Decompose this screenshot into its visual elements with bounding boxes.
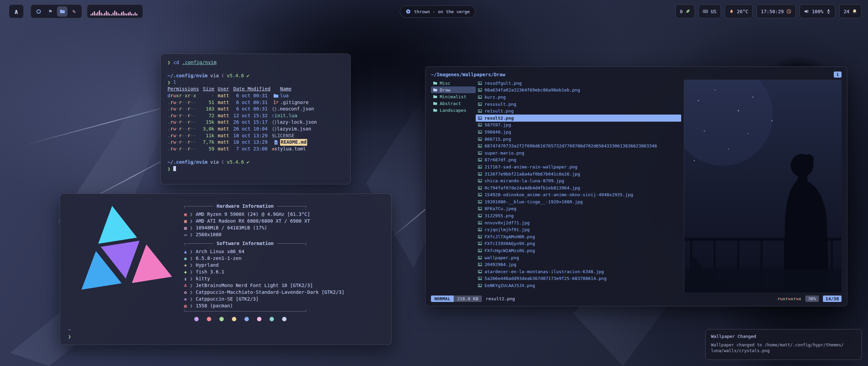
file-row[interactable]: 08a634fa02a32364f69ebc86a98eb1eb.png bbox=[476, 87, 681, 94]
file-row-name: re1sult.png bbox=[485, 108, 514, 114]
notification-popup[interactable]: Wallpaper Changed Wallpaper changed to /… bbox=[705, 329, 862, 360]
folder-sidebar: MiscDrawMinimalistAbstractLandscapes bbox=[431, 80, 476, 292]
file-row[interactable]: re1sult.png bbox=[476, 107, 681, 115]
file-row[interactable]: 0c794faf07de24a4db4d4fb1eb813964.jpg bbox=[476, 184, 681, 191]
file-row[interactable]: 3122955.png bbox=[476, 212, 681, 219]
file-row[interactable]: atardecer-en-la-montanas-ilustracion-634… bbox=[476, 268, 681, 275]
fetch-item-value: 6.5.8-zen1-1-zen bbox=[196, 255, 241, 262]
module-updates[interactable]: 0 bbox=[675, 4, 695, 18]
notification-body: Wallpaper changed to /home/matt/.config/… bbox=[711, 342, 856, 353]
file-permissions: -rwxrwxrwx bbox=[775, 296, 801, 301]
visualizer-bar bbox=[107, 12, 108, 16]
file-row[interactable]: 217167-sad-anime-rain-wallpaper.png bbox=[476, 163, 681, 170]
launcher-icon: ∧ bbox=[14, 8, 18, 15]
workspace-browser[interactable] bbox=[33, 6, 44, 17]
sidebar-folder-misc[interactable]: Misc bbox=[431, 80, 476, 86]
file-row[interactable]: wallpaper.png bbox=[476, 254, 681, 261]
visualizer-bar bbox=[130, 12, 131, 16]
file-row[interactable]: FXfcHgcWIAMzs0G.png bbox=[476, 247, 681, 254]
visualizer-bar bbox=[124, 13, 125, 16]
file-row[interactable]: 20492984.jpg bbox=[476, 261, 681, 268]
file-row-name: 3126f7e9bbf21a8a4af0b67b041c6e26.jpg bbox=[485, 171, 580, 177]
fetch-item: ▥❯10948MiB / 64183MiB (17%) bbox=[184, 224, 385, 231]
hardware-icon: ✿ bbox=[184, 290, 187, 294]
workspace-design[interactable]: ✎ bbox=[69, 6, 79, 17]
file-row-name: atardecer-en-la-montanas-ilustracion-634… bbox=[485, 269, 604, 274]
fetch-item: ▦❯AMD ATI Radeon RX 6800/6800 XT / 6900 … bbox=[184, 218, 385, 224]
visualizer-bar bbox=[96, 13, 97, 16]
ls-header-name: Name bbox=[280, 86, 292, 93]
check-icon: ✔ bbox=[246, 159, 249, 165]
file-list: ressdfgult.png08a634fa02a32364f69ebc86a9… bbox=[476, 80, 681, 292]
ls-row: .rw-r--r--11kmatt18 oct 13:29§LICENSE bbox=[167, 133, 343, 139]
info-sections: Hardware Information▣❯AMD Ryzen 9 5900X … bbox=[184, 203, 385, 309]
module-temperature[interactable]: 26°C bbox=[725, 4, 753, 18]
file-row[interactable]: 154928-odinokoe_anime-art-anime-okno-sin… bbox=[476, 191, 681, 199]
visualizer-bar bbox=[116, 12, 117, 16]
hardware-icon: ▥ bbox=[184, 226, 187, 230]
file-row-name: wallpaper.png bbox=[485, 255, 519, 260]
ls-row: .rw-r--r--72matt12 oct 15:32☾init.lua bbox=[167, 113, 343, 119]
visualizer-bar bbox=[97, 12, 98, 16]
file-row[interactable]: ressdfgult.png bbox=[476, 80, 681, 87]
file-row[interactable]: super-mario.png bbox=[476, 149, 681, 157]
music-player-widget[interactable]: thrown - on the verge bbox=[400, 5, 475, 18]
file-row[interactable]: 587597.jpg bbox=[476, 122, 681, 129]
section-header: Software Information bbox=[184, 240, 306, 247]
file-type-icon: ⚙ bbox=[272, 147, 274, 151]
fetch-shell-prompt: ~ ❯ bbox=[68, 326, 71, 340]
file-row[interactable]: kurz.png bbox=[476, 94, 681, 101]
workspace-files[interactable] bbox=[57, 6, 67, 17]
image-icon bbox=[478, 192, 482, 197]
file-row-name: EeNKYgIUcAAJ5JX.png bbox=[485, 283, 535, 288]
workspaces: ⚑✎ bbox=[31, 4, 82, 18]
file-row[interactable]: 3126f7e9bbf21a8a4af0b67b041c6e26.jpg bbox=[476, 170, 681, 178]
image-icon bbox=[478, 116, 482, 120]
visualizer-bar bbox=[136, 14, 137, 16]
module-keyboard-layout[interactable]: US bbox=[698, 4, 721, 18]
file-row[interactable]: FXfcJlTXgAMvH6R.png bbox=[476, 233, 681, 240]
sidebar-folder-draw[interactable]: Draw bbox=[431, 86, 476, 93]
prompt-char: ❯ bbox=[167, 60, 170, 65]
fetch-item: ◉❯6.5.8-zen1-1-zen bbox=[184, 255, 385, 262]
file-row-name: rsjqojlmjhf91.jpg bbox=[485, 227, 530, 232]
module-volume[interactable]: 100% bbox=[800, 4, 835, 18]
file-row[interactable]: 68747470733a2f2f696d616765732d7769786d70… bbox=[476, 142, 681, 149]
file-row[interactable]: rsjqojlmjhf91.jpg bbox=[476, 226, 681, 233]
image-icon bbox=[478, 248, 482, 253]
workspace-chat[interactable]: ⚑ bbox=[45, 6, 56, 17]
file-name: lazy-lock.json bbox=[277, 119, 317, 126]
chat-workspace-icon: ⚑ bbox=[49, 9, 52, 14]
file-row[interactable]: resssult.png bbox=[476, 101, 681, 108]
file-row[interactable]: result2.png bbox=[476, 115, 681, 122]
file-row[interactable]: FXfcII0X0AQyn9X.png bbox=[476, 240, 681, 247]
launcher-button[interactable]: ∧ bbox=[9, 4, 24, 18]
sidebar-folder-minimalist[interactable]: Minimalist bbox=[431, 93, 476, 100]
file-row[interactable]: 866715.png bbox=[476, 136, 681, 143]
file-row[interactable]: 8FKa7Cu.jpeg bbox=[476, 205, 681, 212]
module-notifications[interactable]: 24 bbox=[839, 4, 862, 18]
file-row[interactable]: nnvuv0xj2df71.jpg bbox=[476, 219, 681, 226]
palette-dot bbox=[207, 317, 211, 321]
file-row-name: 217167-sad-anime-rain-wallpaper.png bbox=[485, 164, 577, 169]
image-icon bbox=[478, 235, 482, 239]
file-row[interactable]: EeNKYgIUcAAJ5JX.png bbox=[476, 282, 681, 289]
file-row[interactable]: 87r687df.png bbox=[476, 157, 681, 164]
file-row-name: chica-mirando-la-luna-8799.jpg bbox=[485, 178, 564, 183]
ls-row: .rw-r--r--183matt 6 oct 00:31{}.neoconf.… bbox=[167, 106, 343, 113]
file-row[interactable]: 19201080-__blue-tinge__-1920×1080.jpg bbox=[476, 198, 681, 205]
tab-badge[interactable]: 1 bbox=[834, 72, 842, 78]
image-icon bbox=[478, 88, 482, 92]
file-row[interactable]: 596848.jpg bbox=[476, 128, 681, 136]
hardware-icon: ◉ bbox=[184, 256, 187, 261]
fetch-item-value: 868x366 bbox=[196, 231, 221, 238]
sidebar-folder-abstract[interactable]: Abstract bbox=[431, 100, 476, 107]
file-row[interactable]: 5a266e448add93deab367d87173e9f25-6837886… bbox=[476, 275, 681, 282]
file-row[interactable]: chica-mirando-la-luna-8799.jpg bbox=[476, 177, 681, 184]
prompt-path: ~/.config/nvim bbox=[167, 159, 208, 165]
disc-icon bbox=[406, 9, 411, 14]
file-name: lazyvim.json bbox=[277, 126, 311, 133]
file-row-name: 3122955.png bbox=[485, 213, 514, 218]
module-clock[interactable]: 17:50:29 bbox=[756, 4, 796, 18]
sidebar-folder-landscapes[interactable]: Landscapes bbox=[431, 107, 476, 114]
